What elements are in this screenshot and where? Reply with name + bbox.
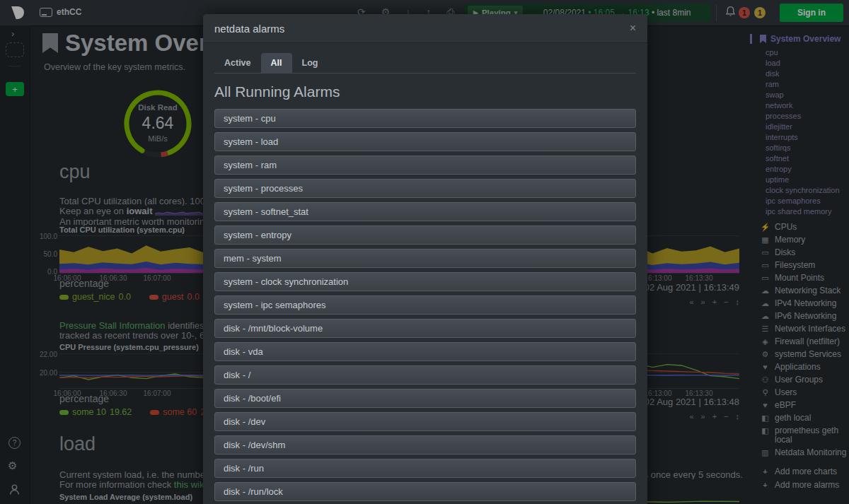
netdata-dashboard: ethCC ⟳⚙↓↑⎙ ▶ Playing ▾ 02/08/2021 • 16:… [0,0,849,504]
alarm-item[interactable]: disk - vda [214,342,636,361]
tab-log[interactable]: Log [292,53,328,73]
alarm-item[interactable]: disk - /mnt/block-volume [214,319,636,338]
alarm-item[interactable]: disk - /dev/shm [214,435,636,455]
alarm-item[interactable]: disk - /run [214,459,636,478]
alarm-item[interactable]: system - processes [214,179,636,198]
tab-all[interactable]: All [261,53,292,73]
alarm-item[interactable]: disk - / [214,365,636,385]
alarm-item[interactable]: system - ipc semaphores [214,295,636,315]
alarms-list: system - cpusystem - loadsystem - ramsys… [214,109,636,504]
modal-body: ActiveAllLog All Running Alarms system -… [203,43,647,504]
alarm-item[interactable]: system - load [214,132,636,151]
alarms-modal: netdata alarms × ActiveAllLog All Runnin… [203,14,647,504]
close-icon[interactable]: × [630,22,636,35]
alarm-item[interactable]: system - softnet_stat [214,202,636,221]
alarm-item[interactable]: disk - /boot/efi [214,389,636,408]
alarm-item[interactable]: system - clock synchronization [214,272,636,291]
alarm-item[interactable]: system - ram [214,156,636,175]
alarm-item[interactable]: system - cpu [214,109,636,128]
alarm-item[interactable]: mem - system [214,249,636,268]
alarm-item[interactable]: system - entropy [214,225,636,245]
alarm-item[interactable]: disk - /dev [214,412,636,431]
alarm-item[interactable]: disk - /run/lock [214,482,636,501]
tab-active[interactable]: Active [214,53,261,73]
modal-header: netdata alarms × [203,14,647,43]
alarms-heading: All Running Alarms [214,83,636,100]
alarm-tabs: ActiveAllLog [214,53,636,74]
modal-title: netdata alarms [214,23,630,35]
